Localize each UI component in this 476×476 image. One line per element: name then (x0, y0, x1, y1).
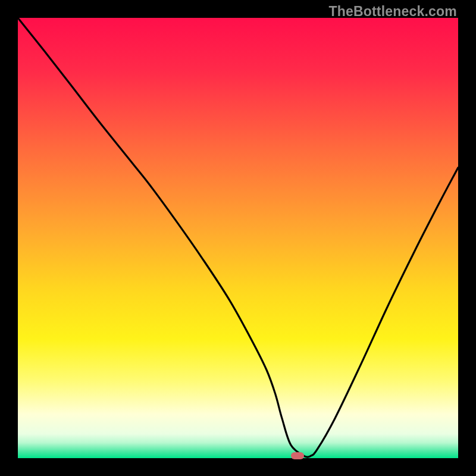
plot-area (18, 18, 458, 458)
watermark-label: TheBottleneck.com (328, 4, 457, 20)
optimal-marker (291, 452, 304, 459)
bottleneck-curve (18, 18, 458, 458)
chart-frame: TheBottleneck.com (0, 0, 476, 476)
